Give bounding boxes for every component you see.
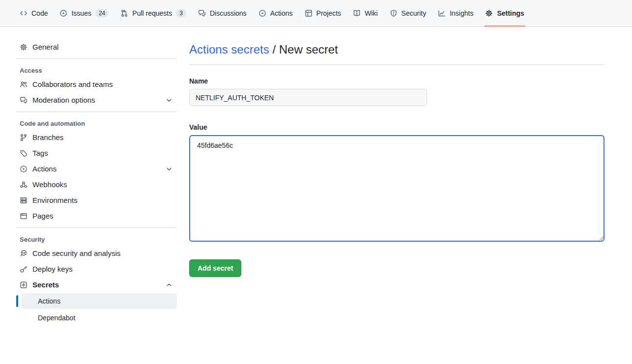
book-icon [353,9,361,17]
tab-label: Actions [270,9,293,17]
sidebar-subitem-secrets-actions[interactable]: Actions [22,293,177,309]
settings-sidebar: General Access Collaborators and teams M… [16,39,177,327]
breadcrumb-separator: / [272,43,276,56]
issues-count-badge: 24 [95,9,109,18]
page-title: Actions secrets / New secret [189,43,604,65]
sidebar-item-secrets[interactable]: Secrets [16,277,177,292]
comment-discussion-icon [20,96,28,104]
sidebar-item-environments[interactable]: Environments [16,193,177,208]
sidebar-item-branches[interactable]: Branches [16,130,177,145]
secret-value-label: Value [189,123,604,131]
tab-label: Projects [316,9,342,17]
asterisk-box-icon [20,281,28,289]
tab-label: Discussions [210,9,247,17]
key-icon [20,265,28,273]
sidebar-item-label: Secrets [32,280,160,289]
table-icon [305,9,313,17]
sidebar-item-deploy-keys[interactable]: Deploy keys [16,261,177,277]
tab-label: Settings [497,9,524,17]
divider [16,227,177,228]
git-branch-icon [20,134,28,141]
sidebar-item-moderation-options[interactable]: Moderation options [16,92,177,108]
sidebar-item-label: Tags [32,149,173,157]
sidebar-item-label: General [32,43,173,51]
chevron-up-icon [165,281,173,289]
sidebar-item-general[interactable]: General [16,39,177,55]
tab-label: Security [402,9,427,17]
browser-icon [20,212,28,220]
tab-label: Pull requests [132,9,172,17]
play-icon [259,9,266,17]
sidebar-item-label: Moderation options [32,96,160,104]
repo-tab-bar: Code Issues 24 Pull requests 3 Discussio… [0,0,632,27]
gear-icon [485,9,493,17]
play-icon [20,165,28,173]
people-icon [20,81,28,88]
sidebar-subitem-secrets-dependabot[interactable]: Dependabot [22,310,177,326]
issue-opened-icon [59,9,67,17]
new-secret-panel: Actions secrets / New secret Name Value … [189,39,604,327]
sidebar-item-tags[interactable]: Tags [16,145,177,161]
settings-layout: General Access Collaborators and teams M… [0,27,632,327]
shield-icon [390,9,398,17]
tab-actions[interactable]: Actions [253,0,299,27]
sidebar-section-code-and-automation: Code and automation [16,116,177,129]
divider [16,58,177,59]
gear-icon [20,43,28,51]
tab-pull-requests[interactable]: Pull requests 3 [115,0,192,27]
git-pull-request-icon [120,9,128,17]
sidebar-item-label: Collaborators and teams [32,80,173,88]
sidebar-item-actions[interactable]: Actions [16,161,177,176]
sidebar-item-label: Webhooks [32,180,173,189]
sidebar-item-label: Branches [32,133,173,141]
secret-value-textarea[interactable]: 45fd6ae56c [189,135,604,242]
sidebar-subitem-label: Actions [38,297,60,305]
tab-label: Wiki [365,9,377,17]
sidebar-item-webhooks[interactable]: Webhooks [16,177,177,192]
tab-wiki[interactable]: Wiki [347,0,383,27]
sidebar-section-security: Security [16,232,177,245]
sidebar-item-code-security-and-analysis[interactable]: Code security and analysis [16,246,177,261]
tab-label: Code [31,9,48,17]
sidebar-item-label: Actions [32,165,160,173]
secret-name-label: Name [189,77,604,85]
pull-requests-count-badge: 3 [176,9,186,18]
sidebar-item-label: Code security and analysis [32,249,173,257]
tab-code[interactable]: Code [14,0,54,27]
webhook-icon [20,181,28,189]
add-secret-button[interactable]: Add secret [189,259,241,277]
chevron-down-icon [165,165,173,173]
sidebar-item-pages[interactable]: Pages [16,208,177,224]
sidebar-item-collaborators-and-teams[interactable]: Collaborators and teams [16,77,177,92]
tab-security[interactable]: Security [384,0,432,27]
tag-icon [20,149,28,157]
tab-insights[interactable]: Insights [432,0,479,27]
sidebar-section-access: Access [16,63,177,76]
sidebar-item-label: Deploy keys [32,265,173,273]
tab-discussions[interactable]: Discussions [192,0,253,27]
codescan-icon [20,250,28,257]
sidebar-item-label: Environments [32,196,173,204]
secret-name-input[interactable] [189,89,427,106]
server-icon [20,196,28,204]
sidebar-item-label: Pages [32,212,173,220]
graph-icon [438,9,446,17]
tab-projects[interactable]: Projects [299,0,347,27]
comment-discussion-icon [198,9,206,17]
tab-settings[interactable]: Settings [479,0,530,27]
divider [16,112,177,112]
sidebar-subitem-label: Dependabot [38,314,75,322]
actions-secrets-breadcrumb-link[interactable]: Actions secrets [189,43,269,56]
tab-label: Issues [71,9,91,17]
breadcrumb-current: New secret [279,43,338,56]
code-icon [20,9,28,17]
tab-label: Insights [450,9,473,17]
chevron-down-icon [165,96,173,104]
tab-issues[interactable]: Issues 24 [54,0,115,27]
